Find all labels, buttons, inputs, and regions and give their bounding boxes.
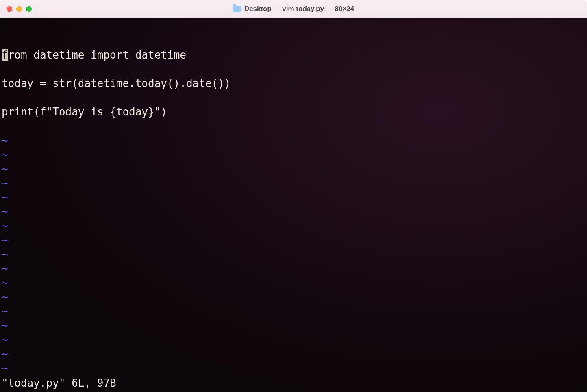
titlebar[interactable]: Desktop — vim today.py — 80×24 [0,0,587,18]
vim-empty-line: ~ [2,162,585,176]
vim-empty-line: ~ [2,133,585,148]
window-title-text: Desktop — vim today.py — 80×24 [244,5,354,13]
code-line[interactable]: print(f"Today is {today}") [2,105,585,119]
window-title: Desktop — vim today.py — 80×24 [233,5,354,13]
code-line[interactable] [2,62,585,76]
close-icon[interactable] [7,6,12,12]
vim-empty-line: ~ [2,276,585,290]
vim-empty-line: ~ [2,205,585,219]
vim-empty-line: ~ [2,219,585,233]
code-line[interactable] [2,119,585,133]
minimize-icon[interactable] [16,6,22,12]
vim-empty-line: ~ [2,361,585,375]
vim-empty-line: ~ [2,347,585,361]
terminal-window: Desktop — vim today.py — 80×24 from date… [0,0,587,392]
folder-icon [233,6,241,12]
vim-status-line: "today.py" 6L, 97B [2,376,116,390]
vim-empty-line: ~ [2,290,585,304]
vim-empty-line: ~ [2,176,585,190]
vim-empty-line: ~ [2,233,585,247]
editor-content[interactable]: from datetime import datetime today = st… [2,48,585,375]
vim-empty-line: ~ [2,247,585,261]
zoom-icon[interactable] [26,6,32,12]
code-line[interactable]: from datetime import datetime [2,48,585,62]
cursor: f [2,49,8,61]
vim-empty-line: ~ [2,318,585,333]
vim-empty-line: ~ [2,304,585,318]
code-line[interactable] [2,91,585,105]
code-line[interactable]: today = str(datetime.today().date()) [2,76,585,91]
vim-empty-line: ~ [2,190,585,205]
terminal-viewport[interactable]: from datetime import datetime today = st… [0,18,587,392]
vim-empty-line: ~ [2,333,585,347]
vim-empty-line: ~ [2,261,585,276]
vim-empty-line: ~ [2,148,585,162]
traffic-lights [7,6,32,12]
